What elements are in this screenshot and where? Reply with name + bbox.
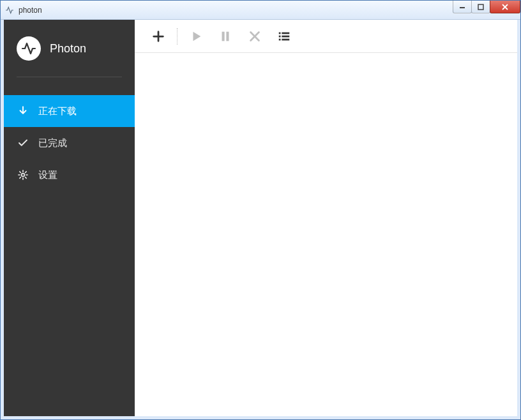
pause-button[interactable] <box>211 20 240 53</box>
toolbar-separator <box>177 28 177 45</box>
brand: Photon <box>4 20 135 77</box>
pulse-icon <box>21 41 36 56</box>
minimize-button[interactable] <box>453 1 472 13</box>
sidebar: Photon 正在下载 已完成 <box>4 20 135 416</box>
svg-rect-1 <box>478 4 483 10</box>
app-window: photon Photon <box>0 0 521 420</box>
svg-rect-3 <box>222 31 225 41</box>
maximize-icon <box>478 4 484 10</box>
list-icon <box>277 29 291 43</box>
svg-rect-10 <box>282 38 289 40</box>
sidebar-item-settings[interactable]: 设置 <box>4 159 135 191</box>
svg-rect-5 <box>279 32 281 34</box>
svg-rect-8 <box>282 35 289 37</box>
svg-rect-6 <box>282 32 289 34</box>
pause-icon <box>218 29 232 43</box>
close-icon <box>501 4 509 10</box>
window-controls <box>453 1 520 13</box>
sidebar-item-downloading[interactable]: 正在下载 <box>4 95 135 127</box>
brand-name: Photon <box>50 42 86 56</box>
divider <box>17 77 122 77</box>
titlebar[interactable]: photon <box>1 1 520 20</box>
svg-point-2 <box>22 174 25 177</box>
minimize-icon <box>459 4 465 10</box>
add-button[interactable] <box>144 20 173 53</box>
app-icon <box>4 5 15 15</box>
play-icon <box>189 29 203 43</box>
sidebar-item-completed[interactable]: 已完成 <box>4 127 135 159</box>
window-title: photon <box>19 6 42 15</box>
maximize-button[interactable] <box>471 1 490 13</box>
svg-rect-9 <box>279 38 281 40</box>
app-logo <box>17 36 41 61</box>
plus-icon <box>151 29 165 43</box>
cancel-button[interactable] <box>240 20 269 53</box>
main-panel <box>135 20 517 416</box>
close-button[interactable] <box>490 1 520 13</box>
svg-rect-4 <box>226 31 229 41</box>
check-icon <box>17 137 29 149</box>
gear-icon <box>17 169 29 181</box>
x-icon <box>248 29 262 43</box>
list-button[interactable] <box>269 20 299 53</box>
sidebar-item-label: 设置 <box>38 169 57 181</box>
sidebar-item-label: 已完成 <box>38 137 67 149</box>
toolbar <box>135 20 517 53</box>
download-icon <box>17 105 29 117</box>
nav: 正在下载 已完成 设置 <box>4 77 135 191</box>
svg-rect-7 <box>279 35 281 37</box>
client-area: Photon 正在下载 已完成 <box>1 20 520 419</box>
svg-rect-0 <box>460 7 465 8</box>
download-list <box>135 53 517 416</box>
start-button[interactable] <box>181 20 211 53</box>
sidebar-item-label: 正在下载 <box>38 105 77 117</box>
